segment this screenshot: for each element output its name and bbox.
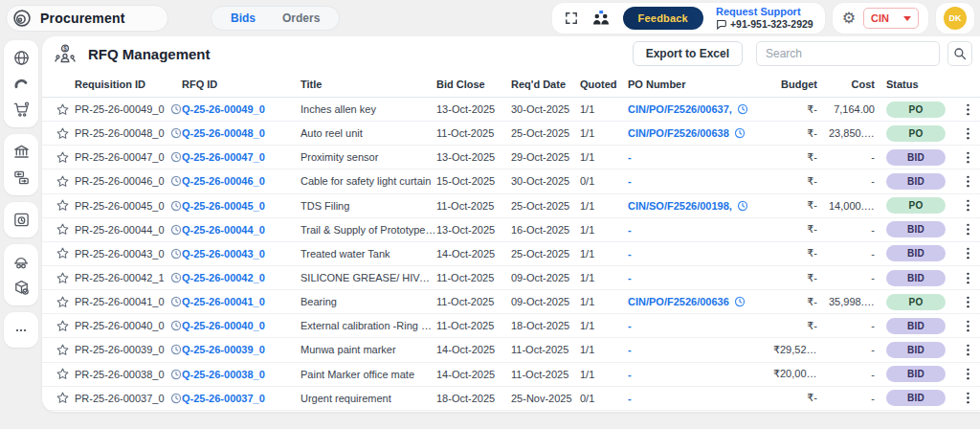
avatar[interactable]: DK — [944, 7, 967, 30]
rfq-id-link[interactable]: Q-25-26-00044_0 — [182, 224, 301, 236]
row-menu-button[interactable] — [957, 126, 978, 141]
row-menu-button[interactable] — [957, 198, 978, 213]
table-row: PR-25-26-00046_0Q-25-26-00046_0Cable for… — [42, 169, 980, 193]
history-icon[interactable] — [170, 272, 182, 283]
row-menu-button[interactable] — [957, 319, 978, 333]
favorite-star-icon[interactable] — [50, 102, 75, 117]
rfq-id-link[interactable]: Q-25-26-00038_0 — [182, 369, 301, 380]
favorite-star-icon[interactable] — [50, 319, 75, 333]
collaboration-icon[interactable] — [591, 10, 611, 27]
favorite-star-icon[interactable] — [50, 198, 75, 213]
settings-card: ⚙ CIN — [833, 3, 928, 34]
favorite-star-icon[interactable] — [50, 174, 75, 189]
rfq-id-link[interactable]: Q-25-26-00043_0 — [182, 248, 301, 260]
po-number-link[interactable]: CIN/SO/F2526/00198, — [628, 200, 732, 212]
history-icon[interactable] — [170, 320, 182, 331]
status-cell: BID — [886, 221, 957, 237]
po-number-link[interactable]: CIN/PO/F2526/00637, — [628, 103, 732, 115]
column-header-rfq-id: RFQ ID — [182, 79, 301, 90]
favorite-star-icon[interactable] — [50, 367, 75, 381]
rfq-id-link[interactable]: Q-25-26-00049_0 — [182, 103, 301, 115]
row-menu-button[interactable] — [957, 295, 978, 309]
po-number-cell: - — [628, 369, 773, 380]
favorite-star-icon[interactable] — [50, 391, 75, 405]
rfq-id-link[interactable]: Q-25-26-00040_0 — [182, 320, 301, 331]
favorite-star-icon[interactable] — [50, 271, 75, 285]
globe-icon[interactable] — [8, 45, 34, 71]
rfq-id-link[interactable]: Q-25-26-00041_0 — [182, 296, 301, 307]
history-icon[interactable] — [737, 200, 748, 212]
history-icon[interactable] — [170, 369, 182, 380]
row-menu-button[interactable] — [957, 271, 978, 285]
calendar-clock-icon[interactable] — [8, 207, 34, 233]
history-icon[interactable] — [734, 296, 746, 307]
table-body: PR-25-26-00049_0Q-25-26-00049_0Inches al… — [42, 98, 980, 411]
history-icon[interactable] — [170, 393, 182, 404]
favorite-star-icon[interactable] — [50, 343, 75, 357]
history-icon[interactable] — [170, 151, 182, 163]
cost-cell: - — [829, 393, 886, 404]
budget-cell: ₹20,000.00 — [773, 368, 829, 380]
favorite-star-icon[interactable] — [50, 246, 75, 260]
favorite-star-icon[interactable] — [50, 222, 75, 237]
history-icon[interactable] — [170, 248, 182, 260]
favorite-star-icon[interactable] — [50, 126, 75, 141]
title-cell: Bearing — [301, 296, 436, 307]
po-number-link[interactable]: CIN/PO/F2526/00636 — [628, 296, 729, 307]
fullscreen-icon[interactable] — [564, 11, 579, 26]
po-number-cell: - — [628, 320, 773, 331]
org-select[interactable]: CIN — [863, 8, 919, 29]
rfq-id-link[interactable]: Q-25-26-00046_0 — [182, 175, 301, 187]
package-icon[interactable] — [8, 275, 34, 301]
more-icon[interactable] — [8, 317, 34, 343]
rfq-id-link[interactable]: Q-25-26-00037_0 — [182, 393, 301, 404]
transfer-icon[interactable] — [8, 165, 34, 191]
row-menu-button[interactable] — [957, 174, 978, 189]
rfq-id-link[interactable]: Q-25-26-00042_0 — [182, 272, 301, 283]
search-button[interactable] — [947, 41, 972, 66]
bid-close-cell: 11-Oct-2025 — [436, 320, 511, 331]
gear-icon[interactable]: ⚙ — [842, 11, 856, 26]
headset-icon[interactable] — [8, 71, 34, 97]
row-menu-button[interactable] — [957, 391, 978, 405]
row-menu-button[interactable] — [957, 367, 978, 381]
tab-orders[interactable]: Orders — [269, 8, 333, 29]
hardhat-icon[interactable] — [8, 249, 34, 275]
search-input[interactable] — [756, 41, 940, 66]
avatar-card: DK — [936, 3, 974, 34]
cart-icon[interactable] — [8, 97, 34, 123]
favorite-star-icon[interactable] — [50, 150, 75, 165]
feedback-button[interactable]: Feedback — [623, 7, 703, 30]
budget-cell: ₹29,520.00 — [773, 344, 829, 356]
row-menu-button[interactable] — [957, 150, 978, 165]
history-icon[interactable] — [170, 175, 182, 187]
po-number-link[interactable]: CIN/PO/F2526/00638 — [628, 127, 729, 139]
status-badge: BID — [886, 245, 946, 261]
row-menu-button[interactable] — [957, 246, 978, 260]
rfq-id-link[interactable]: Q-25-26-00047_0 — [182, 151, 301, 163]
tab-bids[interactable]: Bids — [217, 8, 269, 29]
row-menu-button[interactable] — [957, 102, 978, 117]
history-icon[interactable] — [170, 200, 182, 212]
history-icon[interactable] — [170, 127, 182, 139]
rfq-id-link[interactable]: Q-25-26-00045_0 — [182, 200, 301, 212]
request-support-link[interactable]: Request Support — [716, 6, 813, 18]
history-icon[interactable] — [170, 296, 182, 307]
favorite-star-icon[interactable] — [50, 295, 75, 309]
history-icon[interactable] — [170, 344, 182, 355]
history-icon[interactable] — [170, 224, 182, 236]
history-icon[interactable] — [737, 103, 748, 115]
export-to-excel-button[interactable]: Export to Excel — [633, 41, 743, 66]
rfq-id-link[interactable]: Q-25-26-00039_0 — [182, 344, 301, 355]
history-icon[interactable] — [734, 127, 746, 139]
status-badge: BID — [886, 149, 946, 166]
requisition-id-cell: PR-25-26-00041_0 — [75, 296, 182, 307]
row-menu-button[interactable] — [957, 222, 978, 237]
table-header: Requisition IDRFQ IDTitleBid CloseReq'd … — [42, 71, 980, 98]
rfq-id-link[interactable]: Q-25-26-00048_0 — [182, 127, 301, 139]
bank-icon[interactable] — [8, 139, 34, 165]
history-icon[interactable] — [170, 103, 182, 115]
budget-cell: ₹- — [773, 392, 829, 404]
row-menu-button[interactable] — [957, 343, 978, 357]
cost-cell: - — [829, 151, 886, 163]
